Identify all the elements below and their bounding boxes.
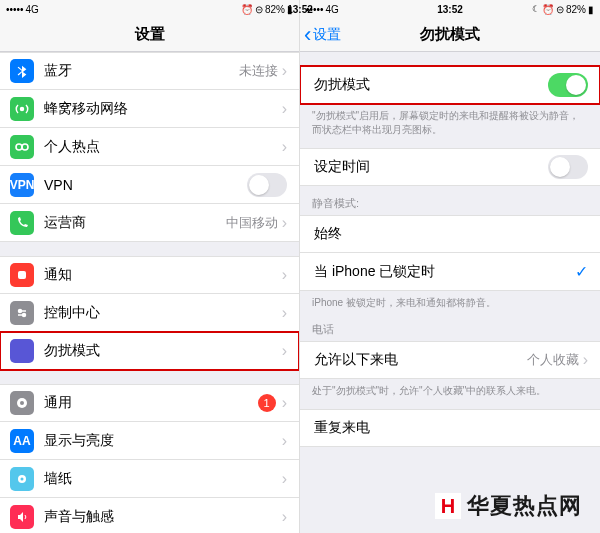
phone-header: 电话 [300,312,600,341]
settings-row-dnd[interactable]: 勿扰模式 › [0,332,299,370]
chevron-right-icon: › [282,100,287,118]
chevron-right-icon: › [282,394,287,412]
settings-row-vpn[interactable]: VPN VPN [0,166,299,204]
display-icon: AA [10,429,34,453]
notifications-icon [10,263,34,287]
silence-always-row[interactable]: 始终 [300,215,600,253]
nav-bar-right: 设置 勿扰模式 [300,18,600,52]
cellular-icon [10,97,34,121]
chevron-right-icon: › [282,342,287,360]
page-title: 设置 [135,25,165,44]
svg-point-7 [23,313,26,316]
settings-row-general[interactable]: 通用 1 › [0,384,299,422]
locked-note: iPhone 被锁定时，来电和通知都将静音。 [300,291,600,312]
watermark: H 华夏热点网 [435,491,582,521]
settings-row-control-center[interactable]: 控制中心 › [0,294,299,332]
chevron-right-icon: › [583,351,588,369]
badge: 1 [258,394,276,412]
svg-point-1 [16,144,22,150]
svg-point-6 [19,309,22,312]
control-center-icon [10,301,34,325]
gear-icon [10,391,34,415]
settings-row-sounds[interactable]: 声音与触感 › [0,498,299,533]
silence-locked-row[interactable]: 当 iPhone 已锁定时 ✓ [300,253,600,291]
repeated-calls-row[interactable]: 重复来电 [300,409,600,447]
settings-row-display[interactable]: AA 显示与亮度 › [0,422,299,460]
settings-row-notifications[interactable]: 通知 › [0,256,299,294]
allow-note: 处于"勿扰模式"时，允许"个人收藏"中的联系人来电。 [300,379,600,400]
settings-row-carrier[interactable]: 运营商 中国移动 › [0,204,299,242]
settings-row-wallpaper[interactable]: 墙纸 › [0,460,299,498]
wallpaper-icon [10,467,34,491]
settings-row-hotspot[interactable]: 个人热点 › [0,128,299,166]
settings-row-cellular[interactable]: 蜂窝移动网络 › [0,90,299,128]
chevron-right-icon: › [282,304,287,322]
dnd-note: "勿扰模式"启用后，屏幕锁定时的来电和提醒将被设为静音，而状态栏中将出现月亮图标… [300,104,600,138]
watermark-logo-icon: H [435,493,461,519]
hotspot-icon [10,135,34,159]
settings-row-bluetooth[interactable]: 蓝牙 未连接 › [0,52,299,90]
chevron-right-icon: › [282,138,287,156]
chevron-right-icon: › [282,470,287,488]
silence-header: 静音模式: [300,186,600,215]
svg-point-9 [20,401,24,405]
chevron-right-icon: › [282,432,287,450]
nav-bar-left: 设置 [0,18,299,52]
sounds-icon [10,505,34,529]
check-icon: ✓ [575,262,588,281]
status-bar-right: ••••• 4G 13:52 ☾ ⏰ ⊝ 82% ▮ [300,0,600,18]
svg-rect-3 [18,271,26,279]
svg-point-0 [21,107,24,110]
allow-calls-row[interactable]: 允许以下来电 个人收藏 › [300,341,600,379]
page-title: 勿扰模式 [420,25,480,44]
chevron-right-icon: › [282,62,287,80]
moon-icon [10,339,34,363]
dnd-toggle-row[interactable]: 勿扰模式 [300,66,600,104]
status-bar-left: ••••• 4G 13:52 ⏰ ⊝ 82% ▮ [0,0,299,18]
scheduled-toggle[interactable] [548,155,588,179]
vpn-toggle[interactable] [247,173,287,197]
svg-point-2 [22,144,28,150]
scheduled-row[interactable]: 设定时间 [300,148,600,186]
svg-point-11 [21,477,24,480]
back-button[interactable]: 设置 [304,26,341,44]
dnd-toggle[interactable] [548,73,588,97]
bluetooth-icon [10,59,34,83]
phone-icon [10,211,34,235]
chevron-right-icon: › [282,508,287,526]
chevron-right-icon: › [282,266,287,284]
vpn-icon: VPN [10,173,34,197]
chevron-right-icon: › [282,214,287,232]
